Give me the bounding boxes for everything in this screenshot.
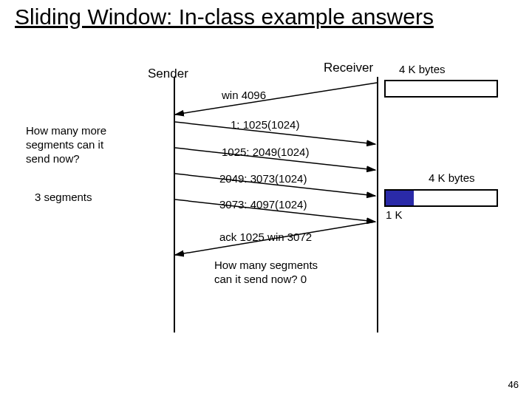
- page-number: 46: [508, 379, 519, 390]
- msg-seg4: 3073: 4097(1024): [219, 198, 307, 211]
- question-2-line2: can it send now? 0: [214, 273, 307, 285]
- receiver-label: Receiver: [324, 61, 373, 75]
- sender-timeline: [174, 77, 175, 332]
- buffer-top: [384, 80, 498, 98]
- receiver-timeline: [377, 77, 378, 332]
- question-1-line2: segments can it: [26, 138, 103, 151]
- msg-seg1: 1: 1025(1024): [231, 118, 299, 131]
- buffer-fill-1k: [386, 191, 414, 205]
- question-1-line1: How many more: [26, 124, 106, 137]
- buffer-fill-label: 1 K: [386, 208, 403, 221]
- question-1-line3: send now?: [26, 152, 80, 165]
- answer-1: 3 segments: [35, 191, 92, 203]
- buffer-top-caption: 4 K bytes: [399, 63, 446, 75]
- question-2-line1: How many segments: [214, 259, 318, 271]
- svg-line-0: [175, 83, 377, 115]
- question-2: How many segments can it send now? 0: [214, 259, 318, 287]
- sender-label: Sender: [148, 66, 188, 81]
- slide-title: Sliding Window: In-class example answers: [15, 4, 434, 30]
- msg-seg3: 2049: 3073(1024): [219, 172, 307, 185]
- buffer-mid-caption: 4 K bytes: [429, 171, 475, 184]
- question-1: How many more segments can it send now?: [26, 124, 106, 166]
- msg-seg2: 1025: 2049(1024): [222, 146, 309, 158]
- buffer-mid: [384, 189, 498, 207]
- msg-ack: ack 1025 win 3072: [219, 231, 312, 243]
- msg-win: win 4096: [222, 89, 266, 101]
